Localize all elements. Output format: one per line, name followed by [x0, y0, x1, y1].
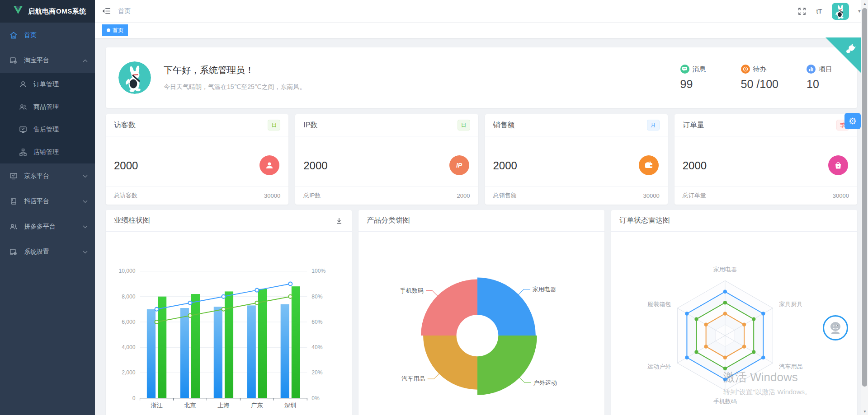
- chevron-down-icon: [83, 200, 88, 203]
- sidebar-item-aftersale-mgmt[interactable]: 售后管理: [0, 118, 95, 141]
- svg-text:0%: 0%: [311, 395, 320, 401]
- card-title: IP数: [303, 121, 317, 130]
- svg-text:汽车用品: 汽车用品: [779, 363, 802, 370]
- svg-text:手机数码: 手机数码: [713, 398, 737, 405]
- bar-chart[interactable]: 10,000100%8,00080%6,00060%4,00040%2,0002…: [106, 232, 352, 415]
- breadcrumb[interactable]: 首页: [118, 7, 131, 15]
- svg-text:家用电器: 家用电器: [533, 286, 556, 293]
- sidebar-item-pdd[interactable]: 拼多多平台: [0, 214, 95, 239]
- period-tag[interactable]: 日: [268, 120, 280, 131]
- sidebar-item-douyin[interactable]: 抖店平台: [0, 189, 95, 214]
- weather-text: 今日天气晴朗，气温在15℃至25℃之间，东南风。: [164, 83, 306, 91]
- project-chart-icon: [807, 65, 816, 74]
- svg-text:2,000: 2,000: [122, 370, 136, 376]
- svg-text:浙江: 浙江: [151, 402, 162, 409]
- bag-icon: [828, 155, 848, 175]
- stat-card-orders: 订单量 季 2000 总订单量 30000: [675, 114, 857, 205]
- sidebar-item-settings[interactable]: 系统设置: [0, 239, 95, 265]
- svg-text:汽车用品: 汽车用品: [401, 375, 425, 382]
- jd-platform-icon: [9, 172, 18, 180]
- svg-text:20%: 20%: [311, 370, 322, 376]
- sidebar-item-label: 拼多多平台: [24, 223, 83, 231]
- svg-text:家具厨具: 家具厨具: [779, 301, 802, 308]
- svg-text:40%: 40%: [311, 344, 322, 350]
- visitor-icon: [259, 155, 279, 175]
- svg-text:广东: 广东: [251, 402, 263, 409]
- scrollbar-up-arrow[interactable]: ▲: [861, 0, 868, 7]
- card-value: 2000: [114, 159, 138, 172]
- radar-chart[interactable]: 家用电器家具厨具汽车用品手机数码运动户外服装箱包: [611, 232, 857, 415]
- ip-icon: IP: [449, 155, 469, 175]
- order-icon: [19, 80, 27, 89]
- sidebar-item-home[interactable]: 首页: [0, 23, 95, 48]
- theme-settings-button[interactable]: ⚙: [844, 113, 861, 129]
- card-footer-label: 总订单量: [683, 191, 706, 200]
- period-tag[interactable]: 日: [458, 120, 470, 131]
- svg-text:100%: 100%: [311, 268, 326, 274]
- font-size-icon[interactable]: tT: [815, 7, 824, 16]
- fullscreen-icon[interactable]: [797, 7, 807, 16]
- scrollbar-down-arrow[interactable]: ▼: [861, 408, 868, 415]
- stat-label: 待办: [753, 65, 767, 74]
- radar-chart-card: 订单状态雷达图 家用电器家具厨具汽车用品手机数码运动户外服装箱包: [611, 210, 857, 415]
- shop-icon: [19, 148, 27, 156]
- svg-text:服装箱包: 服装箱包: [647, 301, 671, 308]
- card-footer-value: 30000: [643, 192, 660, 199]
- sidebar-item-label: 京东平台: [24, 172, 83, 180]
- todo-clock-icon: [741, 65, 750, 74]
- pie-chart-card: 产品分类饼图 家用电器户外运动汽车用品手机数码: [359, 210, 604, 415]
- corner-ribbon[interactable]: [826, 37, 861, 73]
- pie-chart[interactable]: 家用电器户外运动汽车用品手机数码: [359, 232, 604, 415]
- stat-value: 99: [680, 78, 713, 91]
- card-title: 销售额: [493, 121, 515, 130]
- sidebar-item-label: 订单管理: [33, 80, 88, 89]
- card-footer-label: 总IP数: [303, 191, 321, 200]
- chevron-down-icon: [83, 251, 88, 254]
- user-avatar[interactable]: [832, 3, 849, 20]
- sidebar-item-shop-mgmt[interactable]: 店铺管理: [0, 141, 95, 163]
- chart-title: 产品分类饼图: [367, 216, 410, 225]
- card-footer-value: 2000: [457, 192, 470, 199]
- svg-text:10,000: 10,000: [119, 268, 136, 274]
- sidebar-item-label: 抖店平台: [24, 197, 83, 205]
- chart-cards-row: 业绩柱状图 10,000100%8,00080%6,00060%4,00040%…: [106, 210, 857, 415]
- pdd-platform-icon: [9, 223, 18, 231]
- app-logo-bar[interactable]: 启航电商OMS系统: [0, 0, 95, 23]
- sidebar-collapse-button[interactable]: [102, 7, 111, 16]
- sidebar-item-jd[interactable]: 京东平台: [0, 163, 95, 189]
- svg-text:北京: 北京: [184, 402, 196, 409]
- scrollbar-thumb[interactable]: [862, 8, 867, 387]
- sidebar-item-goods-mgmt[interactable]: 商品管理: [0, 96, 95, 118]
- sidebar: 启航电商OMS系统 首页 淘宝平台 订单管理 商品管理 售后管理 店铺管理 京东…: [0, 0, 95, 415]
- chart-title: 订单状态雷达图: [619, 216, 670, 225]
- wallet-icon: [639, 155, 659, 175]
- download-icon[interactable]: [335, 216, 344, 225]
- aftersale-icon: [19, 126, 27, 134]
- sidebar-item-order-mgmt[interactable]: 订单管理: [0, 73, 95, 96]
- stat-todos: 待办 50 /100: [741, 65, 778, 91]
- sidebar-item-taobao[interactable]: 淘宝平台: [0, 48, 95, 73]
- chart-title: 业绩柱状图: [114, 216, 150, 225]
- chevron-up-icon: [83, 59, 88, 62]
- card-footer-value: 30000: [833, 192, 849, 199]
- tag-home[interactable]: 首页: [102, 24, 128, 36]
- period-tag[interactable]: 月: [647, 120, 660, 131]
- svg-text:6,000: 6,000: [122, 319, 136, 325]
- svg-text:深圳: 深圳: [284, 402, 296, 409]
- chevron-down-icon: [83, 175, 88, 178]
- page-scrollbar[interactable]: ▲ ▼: [861, 0, 868, 415]
- card-value: 2000: [303, 159, 327, 172]
- svg-text:60%: 60%: [311, 319, 322, 325]
- douyin-platform-icon: [9, 197, 18, 205]
- svg-text:上海: 上海: [217, 402, 229, 409]
- svg-text:运动户外: 运动户外: [647, 363, 671, 370]
- card-footer-label: 总访客数: [114, 191, 137, 200]
- customer-service-bubble[interactable]: [823, 315, 848, 340]
- stat-cards-row: 访客数 日 2000 总访客数 30000 IP数 日 2000 IP: [106, 114, 857, 205]
- welcome-card: 下午好，系统管理员！ 今日天气晴朗，气温在15℃至25℃之间，东南风。 消息 9…: [106, 47, 857, 108]
- card-footer-value: 30000: [264, 192, 280, 199]
- main-area: 首页 tT ▼ 首页 下午好，系统管理员！ 今日天气晴朗，气温在15℃至25: [95, 0, 868, 415]
- stat-label: 消息: [693, 65, 706, 74]
- sidebar-item-label: 淘宝平台: [24, 56, 83, 65]
- stat-card-sales: 销售额 月 2000 总销售额 30000: [485, 114, 668, 205]
